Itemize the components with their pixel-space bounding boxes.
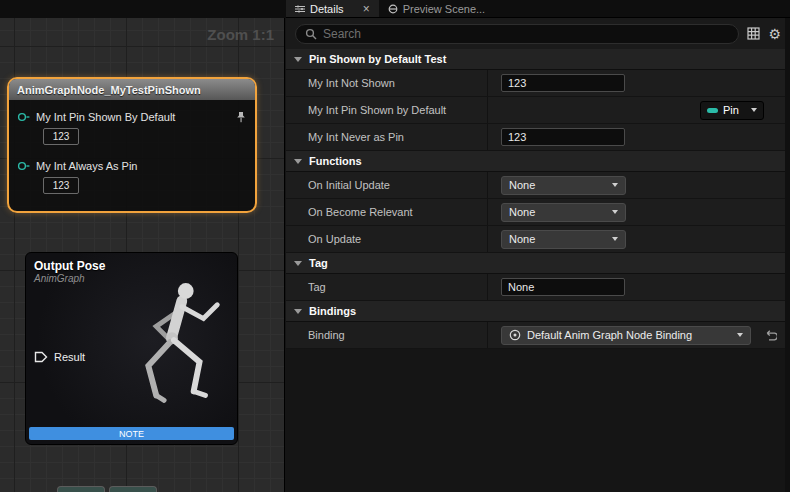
pin-label: My Int Always As Pin (36, 160, 137, 172)
on-become-relevant-dropdown[interactable]: None (501, 203, 626, 222)
anim-graph-node-mytestpinshown[interactable]: AnimGraphNode_MyTestPinShown My Int Pin … (7, 77, 257, 213)
panel-tab-bar: Details × Preview Scene... (286, 0, 790, 18)
pose-pin-icon[interactable] (34, 351, 48, 363)
preview-scene-tab-icon (388, 4, 398, 14)
property-label: Binding (286, 322, 488, 348)
chevron-down-icon (612, 210, 618, 214)
property-row-tag: Tag (286, 274, 790, 301)
property-row-my-int-pin-shown-by-default: My Int Pin Shown by Default Pin (286, 97, 790, 124)
section-pin-shown-by-default-test[interactable]: Pin Shown by Default Test (286, 49, 790, 70)
note-bar[interactable]: NOTE (29, 427, 234, 440)
node-title[interactable]: AnimGraphNode_MyTestPinShown (9, 79, 255, 100)
details-panel: Details × Preview Scene... ⚙ (286, 0, 790, 492)
tag-input[interactable] (501, 278, 625, 296)
pin-row: My Int Pin Shown By Default (17, 109, 247, 125)
partial-node[interactable] (109, 486, 157, 492)
node-title: Output Pose (26, 253, 237, 273)
property-row-on-initial-update: On Initial Update None (286, 172, 790, 199)
property-row-my-int-never-as-pin: My Int Never as Pin (286, 124, 790, 151)
result-pin-row[interactable]: Result (34, 351, 85, 363)
section-tag[interactable]: Tag (286, 253, 790, 274)
property-label: My Int Pin Shown by Default (286, 97, 488, 123)
pushpin-icon[interactable] (235, 111, 247, 124)
section-functions[interactable]: Functions (286, 151, 790, 172)
property-label: On Update (286, 226, 488, 252)
pin-visibility-button[interactable]: Pin (700, 101, 764, 120)
chevron-down-icon (294, 159, 302, 164)
partial-node[interactable] (57, 486, 105, 492)
my-int-not-shown-input[interactable] (501, 74, 625, 92)
property-row-my-int-not-shown: My Int Not Shown (286, 70, 790, 97)
zoom-level-label: Zoom 1:1 (207, 26, 274, 43)
node-body: My Int Pin Shown By Default 123 My Int A… (9, 100, 255, 213)
close-icon[interactable]: × (363, 3, 370, 15)
pin-value-box[interactable]: 123 (43, 128, 79, 145)
property-label: My Int Not Shown (286, 70, 488, 96)
unreal-editor-window: Zoom 1:1 AnimGraphNode_MyTestPinShown My… (0, 0, 790, 492)
search-field[interactable] (295, 24, 739, 44)
property-label: My Int Never as Pin (286, 124, 488, 150)
settings-gear-icon[interactable]: ⚙ (768, 27, 781, 41)
property-label: On Become Relevant (286, 199, 488, 225)
on-initial-update-dropdown[interactable]: None (501, 176, 626, 195)
result-pin-label: Result (54, 351, 85, 363)
on-update-dropdown[interactable]: None (501, 230, 626, 249)
pin-state-icon (707, 108, 718, 113)
property-row-on-become-relevant: On Become Relevant None (286, 199, 790, 226)
property-label: Tag (286, 274, 488, 300)
chevron-down-icon (294, 261, 302, 266)
tab-preview-scene[interactable]: Preview Scene... (379, 0, 495, 17)
search-input[interactable] (323, 27, 729, 41)
property-row-binding: Binding Default Anim Graph Node Binding (286, 322, 790, 349)
binding-icon (509, 329, 521, 341)
anim-graph-canvas[interactable]: Zoom 1:1 AnimGraphNode_MyTestPinShown My… (0, 18, 285, 492)
chevron-down-icon (737, 333, 743, 337)
chevron-down-icon (294, 309, 302, 314)
output-pose-node[interactable]: Output Pose AnimGraph Result NOTE (25, 252, 238, 445)
chevron-down-icon (751, 108, 757, 112)
tab-label: Preview Scene... (403, 3, 486, 15)
property-row-on-update: On Update None (286, 226, 790, 253)
pin-row: My Int Always As Pin (17, 158, 247, 174)
chevron-down-icon (612, 183, 618, 187)
section-bindings[interactable]: Bindings (286, 301, 790, 322)
pin-label: My Int Pin Shown By Default (36, 111, 175, 123)
mannequin-figure (107, 275, 235, 435)
revert-arrow-icon[interactable] (763, 330, 777, 341)
property-label: On Initial Update (286, 172, 488, 198)
details-tab-icon (295, 4, 305, 14)
int-pin-icon[interactable] (17, 160, 30, 172)
tab-label: Details (310, 3, 344, 15)
int-pin-icon[interactable] (17, 111, 30, 123)
tab-details[interactable]: Details × (286, 0, 379, 17)
my-int-never-as-pin-input[interactable] (501, 128, 625, 146)
pin-value-box[interactable]: 123 (43, 177, 79, 194)
binding-dropdown[interactable]: Default Anim Graph Node Binding (501, 326, 751, 345)
chevron-down-icon (294, 57, 302, 62)
property-matrix-icon[interactable] (747, 27, 760, 40)
chevron-down-icon (612, 237, 618, 241)
search-icon (305, 28, 317, 40)
scrollbar[interactable] (785, 18, 790, 492)
search-bar: ⚙ (286, 18, 790, 49)
